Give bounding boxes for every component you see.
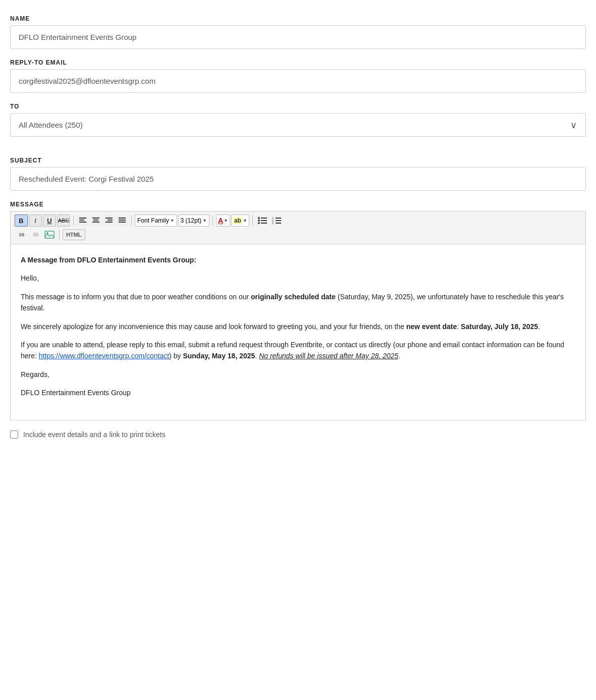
font-size-label: 3 (12pt) [181, 217, 201, 224]
contact-link[interactable]: https://www.dfloenteventsgrp.com/contact [39, 352, 169, 360]
ordered-list-button[interactable]: 1. 2. 3. [270, 214, 283, 227]
reply-to-section: REPLY-TO EMAIL [10, 59, 586, 93]
reply-to-label: REPLY-TO EMAIL [10, 59, 586, 66]
align-justify-icon [119, 218, 126, 224]
insert-link-button[interactable] [15, 229, 28, 241]
bold-button[interactable]: B [15, 214, 28, 227]
align-center-button[interactable] [90, 214, 102, 227]
toolbar-row-1: B I U ABC [15, 214, 581, 227]
svg-rect-31 [45, 231, 54, 238]
name-input[interactable] [10, 25, 586, 49]
editor-toolbar: B I U ABC [10, 211, 586, 244]
unordered-list-icon [258, 217, 267, 224]
svg-rect-19 [261, 220, 267, 221]
italic-button[interactable]: I [29, 214, 42, 227]
unordered-list-button[interactable] [256, 214, 269, 227]
subject-input[interactable] [10, 167, 586, 191]
image-icon [44, 231, 55, 239]
svg-rect-8 [105, 218, 113, 219]
svg-point-18 [258, 220, 260, 222]
editor-line2: This message is to inform you that due t… [21, 291, 575, 314]
editor-line1: Hello, [21, 273, 575, 284]
align-justify-button[interactable] [116, 214, 128, 227]
svg-rect-1 [79, 220, 84, 221]
broken-link-icon [31, 231, 40, 238]
editor-content[interactable]: A Message from DFLO Entertainment Events… [10, 244, 586, 420]
align-left-button[interactable] [77, 214, 89, 227]
editor-line6: DFLO Entertainment Events Group [21, 387, 575, 398]
checkbox-row: Include event details and a link to prin… [10, 430, 586, 439]
to-select-wrapper: All Attendees (250) ∨ [10, 113, 586, 137]
svg-rect-17 [261, 218, 267, 219]
svg-rect-5 [93, 220, 98, 221]
editor-line3: We sincerely apologize for any inconveni… [21, 321, 575, 332]
html-button[interactable]: HTML [63, 229, 85, 240]
svg-rect-21 [261, 223, 267, 224]
font-size-dropdown[interactable]: 3 (12pt) ▼ [178, 214, 209, 227]
svg-rect-4 [92, 218, 99, 219]
to-select[interactable]: All Attendees (250) [10, 113, 586, 137]
separator-1 [73, 216, 74, 226]
highlight-icon: ab [233, 217, 242, 224]
remove-link-button[interactable] [29, 229, 42, 241]
message-label: MESSAGE [10, 201, 586, 208]
font-color-arrow-icon: ▼ [224, 218, 228, 223]
name-section: NAME [10, 15, 586, 49]
link-icon [17, 231, 26, 238]
align-center-icon [92, 218, 99, 224]
svg-rect-0 [79, 218, 86, 219]
separator-2 [131, 216, 132, 226]
toolbar-row-2: HTML [15, 229, 581, 241]
font-size-arrow-icon: ▼ [202, 218, 207, 223]
svg-point-20 [258, 222, 260, 224]
svg-rect-27 [276, 223, 281, 224]
include-event-details-checkbox[interactable] [10, 430, 18, 439]
ordered-list-icon: 1. 2. 3. [272, 217, 281, 224]
separator-4 [252, 216, 253, 226]
svg-line-30 [35, 232, 35, 233]
svg-rect-12 [119, 218, 126, 219]
to-section: TO All Attendees (250) ∨ [10, 103, 586, 137]
checkbox-label: Include event details and a link to prin… [23, 430, 166, 439]
editor-heading: A Message from DFLO Entertainment Events… [21, 256, 196, 264]
svg-rect-10 [105, 222, 113, 223]
svg-rect-14 [119, 222, 126, 223]
subject-section: SUBJECT [10, 157, 586, 191]
align-left-icon [79, 218, 86, 224]
separator-5 [59, 230, 60, 240]
font-family-label: Font Family [137, 217, 169, 224]
svg-rect-25 [276, 220, 281, 221]
editor-line5: Regards, [21, 369, 575, 380]
align-right-button[interactable] [103, 214, 115, 227]
to-label: TO [10, 103, 586, 110]
insert-image-button[interactable] [43, 229, 56, 241]
svg-rect-23 [276, 218, 281, 219]
align-right-icon [105, 218, 113, 224]
font-color-button[interactable]: A ▼ [216, 214, 230, 227]
svg-rect-9 [107, 220, 113, 221]
highlight-arrow-icon: ▼ [243, 218, 247, 223]
font-family-arrow-icon: ▼ [170, 218, 175, 223]
separator-3 [212, 216, 213, 226]
message-section: MESSAGE B I U ABC [10, 201, 586, 420]
underline-button[interactable]: U [43, 214, 56, 227]
svg-rect-2 [79, 222, 86, 223]
font-family-dropdown[interactable]: Font Family ▼ [135, 214, 177, 227]
highlight-color-button[interactable]: ab ▼ [231, 214, 249, 227]
subject-label: SUBJECT [10, 157, 586, 164]
svg-point-16 [258, 217, 260, 219]
reply-to-input[interactable] [10, 69, 586, 93]
name-label: NAME [10, 15, 586, 22]
strikethrough-button[interactable]: ABC [57, 214, 70, 227]
svg-rect-6 [92, 222, 99, 223]
font-color-icon: A [218, 217, 223, 225]
svg-rect-13 [119, 220, 126, 221]
svg-text:3.: 3. [272, 222, 274, 224]
editor-line4: If you are unable to attend, please repl… [21, 339, 575, 362]
